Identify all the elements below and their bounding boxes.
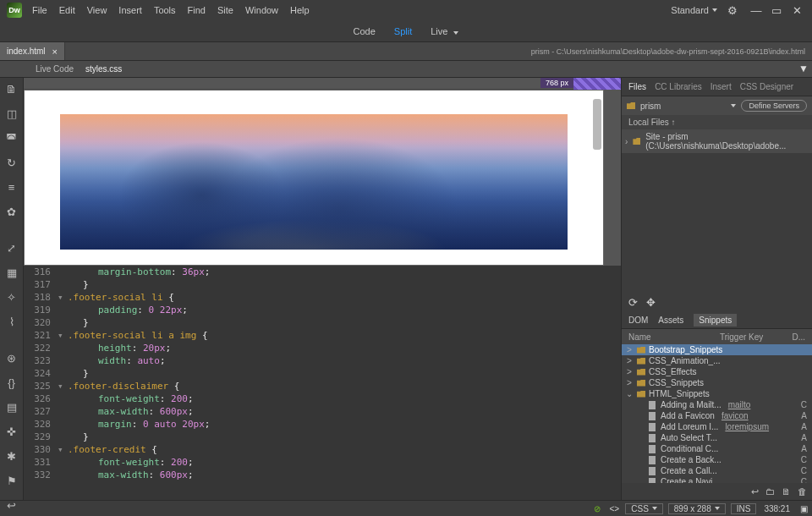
- tree-label: Site - prism (C:\Users\nishkuma\Desktop\…: [645, 132, 809, 151]
- menu-find[interactable]: Find: [188, 5, 206, 15]
- col-d[interactable]: D...: [792, 332, 805, 342]
- workspace-switcher[interactable]: Standard: [671, 5, 717, 15]
- window-restore-button[interactable]: ▭: [768, 4, 785, 16]
- snippet-item[interactable]: Adding a Mailt...mailtoC: [622, 399, 812, 410]
- language-label: CSS: [631, 504, 649, 513]
- insert-mode[interactable]: INS: [731, 503, 757, 514]
- subtab-live-code[interactable]: Live Code: [36, 64, 74, 74]
- folder-icon: [627, 102, 635, 109]
- snippet-folder[interactable]: >CSS_Animation_...: [622, 355, 812, 366]
- subtab-styles-css[interactable]: styles.css: [85, 64, 122, 74]
- window-close-button[interactable]: ✕: [788, 4, 805, 16]
- snippet-item[interactable]: Auto Select T...A: [622, 432, 812, 443]
- title-bar: Dw File Edit View Insert Tools Find Site…: [0, 0, 812, 20]
- snippet-folder[interactable]: >CSS_Effects: [622, 366, 812, 377]
- tab-assets[interactable]: Assets: [658, 316, 683, 325]
- calendar-icon[interactable]: ▦: [5, 266, 19, 279]
- tab-snippets[interactable]: Snippets: [694, 314, 737, 327]
- files-panel-tabs: Files CC Libraries Insert CSS Designer: [622, 78, 812, 96]
- color-icon[interactable]: ✜: [5, 425, 19, 438]
- file-icon[interactable]: 🗎: [5, 83, 19, 96]
- insert-snippet-icon[interactable]: ✥: [646, 296, 656, 309]
- window-minimize-button[interactable]: —: [748, 4, 765, 16]
- status-ok-icon[interactable]: ⊘: [589, 504, 606, 513]
- viewmode-live[interactable]: Live: [431, 26, 458, 36]
- menu-site[interactable]: Site: [217, 5, 233, 15]
- preview-scrollbar[interactable]: [593, 99, 601, 150]
- workspace-label: Standard: [671, 5, 709, 15]
- preview-icon[interactable]: ◚: [5, 132, 19, 145]
- menu-tools[interactable]: Tools: [154, 5, 176, 15]
- snippet-item[interactable]: Conditional C...A: [622, 443, 812, 454]
- snippet-new-icon[interactable]: 🗎: [782, 486, 791, 497]
- status-bar: ⊘ <> CSS 899 x 288 INS 338:21 ▣: [0, 500, 812, 516]
- viewmode-code[interactable]: Code: [354, 26, 376, 36]
- snippets-header: Name Trigger Key D...: [622, 329, 812, 344]
- tab-insert[interactable]: Insert: [710, 82, 732, 91]
- snippet-folder[interactable]: >CSS_Snippets: [622, 377, 812, 388]
- chevron-down-icon: [712, 8, 717, 12]
- tab-css-designer[interactable]: CSS Designer: [740, 82, 793, 91]
- menu-view[interactable]: View: [87, 5, 107, 15]
- chevron-down-icon: [453, 31, 458, 35]
- snippet-new-folder-icon[interactable]: 🗀: [765, 486, 775, 497]
- dimensions-label: 899 x 288: [674, 504, 711, 513]
- filter-icon[interactable]: ▼: [798, 63, 809, 74]
- breakpoint-handle[interactable]: [573, 78, 621, 90]
- define-servers-button[interactable]: Define Servers: [741, 100, 807, 112]
- local-files-header[interactable]: Local Files ↑: [622, 115, 812, 129]
- snippet-delete-icon[interactable]: 🗑: [798, 486, 807, 497]
- view-mode-bar: Code Split Live: [0, 20, 812, 42]
- globe-icon[interactable]: ⊛: [5, 352, 19, 365]
- language-selector[interactable]: CSS: [625, 503, 663, 514]
- breakpoint-label[interactable]: 768 px: [540, 78, 573, 88]
- tab-dom[interactable]: DOM: [628, 316, 648, 325]
- wand-icon[interactable]: ✧: [5, 291, 19, 304]
- realtime-preview-icon[interactable]: ▣: [795, 504, 812, 513]
- live-preview[interactable]: [24, 90, 604, 266]
- tab-index-html[interactable]: index.html ×: [0, 42, 65, 60]
- menu-edit[interactable]: Edit: [59, 5, 75, 15]
- col-name[interactable]: Name: [628, 332, 720, 342]
- snippets-footer: ↩ 🗀 🗎 🗑: [622, 483, 812, 500]
- snippet-item[interactable]: Create a Call...C: [622, 465, 812, 476]
- close-tab-icon[interactable]: ×: [52, 47, 58, 57]
- list-icon[interactable]: ≡: [5, 181, 19, 194]
- sync-settings-icon[interactable]: ⚙: [727, 4, 738, 17]
- snippet-item[interactable]: Create a Navi...C: [622, 476, 812, 483]
- snippet-item[interactable]: Create a Back...C: [622, 454, 812, 465]
- col-trigger[interactable]: Trigger Key: [720, 332, 763, 342]
- viewmode-split[interactable]: Split: [394, 26, 412, 36]
- shapes-icon[interactable]: ◫: [5, 107, 19, 120]
- dimensions-selector[interactable]: 899 x 288: [668, 503, 726, 514]
- preview-page: [25, 91, 603, 265]
- tree-row-site-root[interactable]: › Site - prism (C:\Users\nishkuma\Deskto…: [625, 131, 809, 151]
- image-icon[interactable]: ▤: [5, 401, 19, 414]
- menu-window[interactable]: Window: [245, 5, 278, 15]
- menu-insert[interactable]: Insert: [118, 5, 142, 15]
- tab-cc-libraries[interactable]: CC Libraries: [655, 82, 702, 91]
- site-dropdown[interactable]: prism: [640, 102, 726, 111]
- wrap-icon[interactable]: ↩: [5, 499, 19, 512]
- expand-icon[interactable]: ⤢: [5, 242, 19, 255]
- snippet-folder[interactable]: >Bootstrap_Snippets: [622, 344, 812, 355]
- collapse-icon[interactable]: {}: [5, 376, 19, 389]
- tab-files[interactable]: Files: [628, 82, 646, 91]
- code-editor[interactable]: 316margin-bottom: 36px;317}318▾.footer-s…: [24, 266, 621, 500]
- html-tag-icon[interactable]: <>: [606, 504, 623, 513]
- refresh-icon[interactable]: ⟳: [628, 296, 638, 309]
- brush-icon[interactable]: ⌇: [5, 316, 19, 328]
- gear-icon[interactable]: ✿: [5, 206, 19, 218]
- snippet-back-icon[interactable]: ↩: [751, 486, 759, 497]
- snippet-item[interactable]: Add Loreum I...loremipsumA: [622, 421, 812, 432]
- expand-arrow[interactable]: ›: [625, 137, 628, 146]
- code-hints-icon[interactable]: ⚑: [5, 475, 19, 487]
- snippet-folder[interactable]: ⌄HTML_Snippets: [622, 388, 812, 399]
- chevron-down-icon: [731, 104, 736, 107]
- star-icon[interactable]: ✱: [5, 450, 19, 463]
- menu-help[interactable]: Help: [290, 5, 310, 15]
- menu-file[interactable]: File: [32, 5, 47, 15]
- snippet-item[interactable]: Add a FaviconfaviconA: [622, 410, 812, 421]
- refresh-icon[interactable]: ↻: [5, 156, 19, 169]
- document-toolbar: 🗎 ◫ ◚ ↻ ≡ ✿ ⤢ ▦ ✧ ⌇ ⊛ {} ▤ ✜ ✱ ⚑ ↩ ⋯: [0, 78, 24, 500]
